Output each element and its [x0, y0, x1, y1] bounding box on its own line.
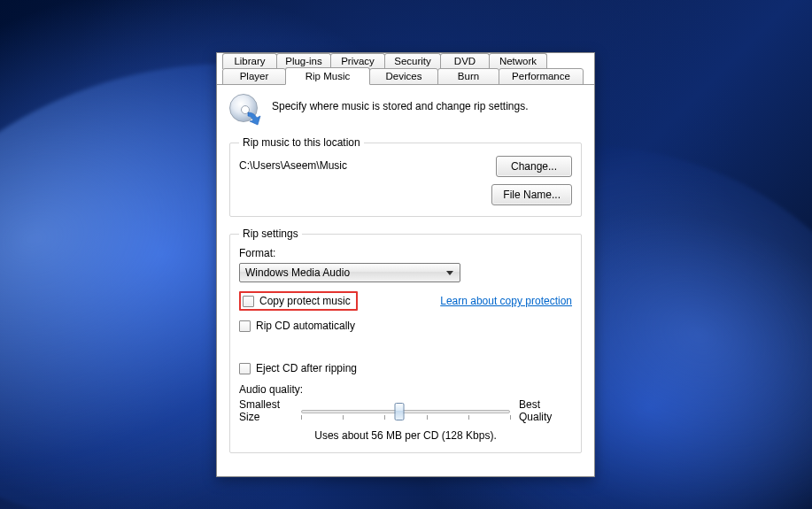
- slider-tick: [384, 415, 385, 420]
- format-combo[interactable]: Windows Media Audio: [239, 263, 460, 282]
- tab-network[interactable]: Network: [489, 53, 547, 69]
- rip-settings-group: Rip settings Format: Windows Media Audio…: [229, 228, 582, 453]
- tab-rip-music[interactable]: Rip Music: [285, 67, 370, 85]
- rip-auto-label: Rip CD automatically: [256, 320, 355, 332]
- change-location-button[interactable]: Change...: [496, 156, 572, 177]
- cd-rip-icon: [229, 94, 261, 126]
- slider-tick: [343, 415, 344, 420]
- slider-tick: [427, 415, 428, 420]
- slider-track: [301, 410, 510, 413]
- smallest-size-label: SmallestSize: [239, 399, 292, 424]
- slider-tick: [468, 415, 469, 420]
- tab-player[interactable]: Player: [222, 68, 286, 85]
- size-estimate: Uses about 56 MB per CD (128 Kbps).: [239, 429, 572, 442]
- tab-devices[interactable]: Devices: [369, 68, 438, 85]
- slider-tick: [510, 415, 511, 420]
- copy-protect-label: Copy protect music: [259, 295, 351, 307]
- rip-settings-legend: Rip settings: [239, 228, 302, 240]
- rip-location-legend: Rip music to this location: [239, 136, 364, 149]
- tab-burn[interactable]: Burn: [437, 68, 499, 85]
- audio-quality-label: Audio quality:: [239, 383, 572, 396]
- rip-location-path: C:\Users\Aseem\Music: [239, 156, 347, 172]
- eject-checkbox[interactable]: [239, 363, 251, 374]
- format-label: Format:: [239, 247, 572, 259]
- slider-tick: [301, 415, 302, 420]
- rip-location-group: Rip music to this location C:\Users\Asee…: [229, 136, 582, 217]
- copy-protect-checkbox[interactable]: [243, 296, 254, 307]
- tab-dvd[interactable]: DVD: [440, 53, 490, 69]
- copy-protection-link[interactable]: Learn about copy protection: [440, 295, 572, 307]
- tab-security[interactable]: Security: [384, 53, 441, 69]
- quality-slider[interactable]: [301, 401, 510, 424]
- slider-thumb[interactable]: [394, 403, 404, 420]
- chevron-down-icon: [446, 271, 453, 275]
- format-value: Windows Media Audio: [245, 266, 350, 279]
- eject-label: Eject CD after ripping: [256, 362, 357, 374]
- rip-auto-checkbox[interactable]: [239, 320, 251, 332]
- tab-strip: LibraryPlug-insPrivacySecurityDVDNetwork…: [217, 53, 594, 85]
- tab-library[interactable]: Library: [222, 53, 277, 69]
- options-dialog: LibraryPlug-insPrivacySecurityDVDNetwork…: [216, 52, 595, 477]
- intro-text: Specify where music is stored and change…: [272, 94, 528, 112]
- tab-content-rip-music: Specify where music is stored and change…: [217, 84, 594, 476]
- tab-performance[interactable]: Performance: [499, 68, 584, 85]
- file-name-button[interactable]: File Name...: [491, 184, 572, 205]
- copy-protect-highlight: Copy protect music: [239, 291, 358, 311]
- best-quality-label: BestQuality: [519, 399, 572, 424]
